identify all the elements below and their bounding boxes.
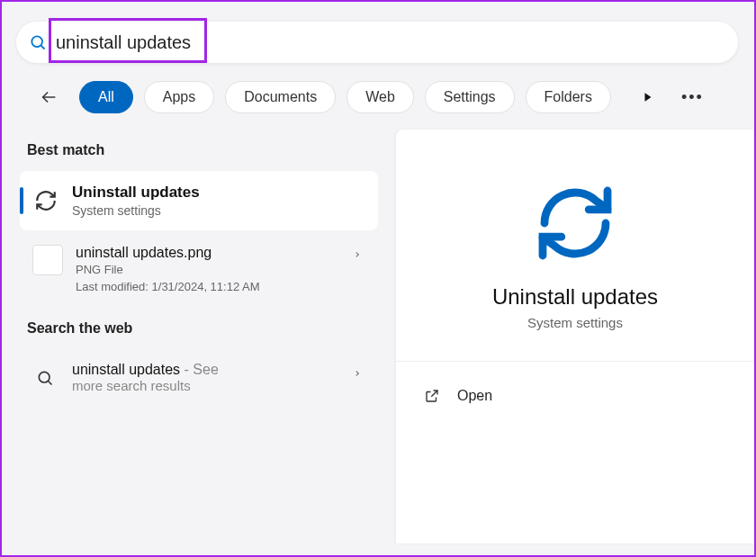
- sync-icon-large: [530, 178, 620, 268]
- sync-icon: [32, 187, 59, 214]
- filter-all[interactable]: All: [79, 81, 133, 113]
- back-arrow[interactable]: [36, 85, 61, 110]
- search-input[interactable]: [56, 32, 725, 53]
- chevron-right-icon: [353, 367, 362, 382]
- filter-apps[interactable]: Apps: [144, 81, 214, 113]
- svg-line-5: [49, 381, 52, 384]
- more-options[interactable]: •••: [681, 88, 704, 107]
- filter-documents[interactable]: Documents: [225, 81, 336, 113]
- filter-web[interactable]: Web: [346, 81, 414, 113]
- detail-title: Uninstall updates: [423, 284, 727, 310]
- result-title: Uninstall updates: [72, 184, 200, 202]
- open-external-icon: [423, 387, 441, 405]
- svg-point-4: [39, 372, 50, 382]
- results-column: Best match Uninstall updates System sett…: [20, 130, 378, 544]
- svg-point-0: [32, 36, 42, 47]
- search-bar[interactable]: [16, 22, 738, 63]
- filter-folders[interactable]: Folders: [526, 81, 611, 113]
- detail-subtitle: System settings: [423, 315, 727, 330]
- main-area: Best match Uninstall updates System sett…: [2, 130, 754, 544]
- divider: [396, 361, 754, 362]
- search-icon: [32, 365, 58, 391]
- filter-row: All Apps Documents Web Settings Folders …: [2, 74, 754, 130]
- web-result-sub: more search results: [72, 378, 219, 393]
- file-thumbnail: [32, 245, 63, 275]
- result-web-search[interactable]: uninstall updates - See more search resu…: [20, 349, 378, 406]
- svg-line-1: [41, 46, 45, 49]
- file-name: uninstall updates.png: [76, 245, 367, 261]
- file-type: PNG File: [76, 263, 367, 276]
- detail-panel: Uninstall updates System settings Open: [396, 130, 754, 544]
- file-modified: Last modified: 1/31/2024, 11:12 AM: [76, 280, 367, 293]
- svg-marker-3: [644, 93, 651, 101]
- result-uninstall-updates[interactable]: Uninstall updates System settings: [20, 171, 378, 230]
- result-file-png[interactable]: uninstall updates.png PNG File Last modi…: [20, 230, 378, 308]
- open-button[interactable]: Open: [423, 382, 727, 410]
- web-result-text: uninstall updates - See: [72, 362, 219, 378]
- filter-settings[interactable]: Settings: [425, 81, 515, 113]
- open-label: Open: [457, 388, 492, 404]
- search-icon: [29, 33, 47, 51]
- best-match-header: Best match: [20, 130, 378, 171]
- search-web-header: Search the web: [20, 308, 378, 349]
- chevron-right-icon: [353, 248, 362, 264]
- scroll-filters-right[interactable]: [638, 87, 658, 107]
- result-subtitle: System settings: [72, 203, 200, 218]
